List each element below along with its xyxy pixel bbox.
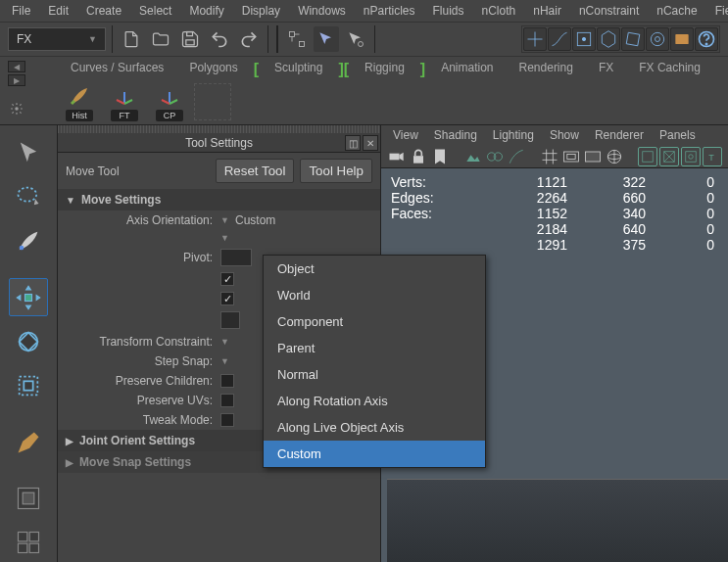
- vp-menu-lighting[interactable]: Lighting: [487, 126, 540, 144]
- shelf-scroll-right-icon[interactable]: ▶: [8, 74, 25, 86]
- select-object-icon[interactable]: [314, 26, 339, 52]
- lasso-tool[interactable]: [9, 177, 48, 215]
- menu-ncache[interactable]: nCache: [649, 1, 704, 21]
- close-icon[interactable]: ✕: [363, 135, 378, 151]
- menu-display[interactable]: Display: [234, 1, 288, 21]
- snap-projected-icon[interactable]: [597, 27, 620, 51]
- tool-help-button[interactable]: Tool Help: [300, 159, 372, 183]
- vp-menu-shading[interactable]: Shading: [428, 126, 483, 144]
- menu-nparticles[interactable]: nParticles: [356, 1, 423, 21]
- menu-create[interactable]: Create: [78, 1, 129, 21]
- box-field[interactable]: [220, 311, 240, 329]
- preserve-children-checkbox[interactable]: [220, 374, 234, 388]
- viewport-ground[interactable]: [387, 479, 728, 562]
- redo-icon[interactable]: [236, 26, 262, 52]
- scale-tool[interactable]: [9, 367, 48, 405]
- axis-orientation-dropdown[interactable]: ▼ Custom: [220, 213, 372, 227]
- shadows-icon[interactable]: T: [703, 147, 722, 166]
- menu-nhair[interactable]: nHair: [525, 1, 569, 21]
- snap-grid-icon[interactable]: [523, 27, 547, 51]
- shelf-tab-fx[interactable]: FX: [587, 57, 625, 78]
- shelf-gear-icon[interactable]: [8, 100, 25, 117]
- shelf-tab-curves[interactable]: Curves / Surfaces: [59, 57, 175, 78]
- shelf-empty-slot[interactable]: [194, 83, 231, 120]
- menu-fluids[interactable]: Fluids: [425, 1, 472, 21]
- image-plane-icon[interactable]: [463, 147, 483, 166]
- resolution-gate-icon[interactable]: [507, 147, 526, 166]
- shelf-tab-polygons[interactable]: Polygons: [177, 57, 249, 78]
- bookmark-icon[interactable]: [430, 147, 450, 166]
- shelf-scroll-left-icon[interactable]: ◀: [8, 61, 25, 72]
- axis-option-normal[interactable]: Normal: [264, 361, 485, 388]
- chevron-down-icon[interactable]: ▼: [220, 356, 229, 366]
- axis-option-component[interactable]: Component: [264, 308, 485, 335]
- workspace-selector[interactable]: FX ▼: [8, 27, 106, 51]
- layout-four-icon[interactable]: [9, 524, 48, 562]
- select-hierarchy-icon[interactable]: [284, 26, 310, 52]
- make-live-icon[interactable]: [646, 27, 669, 51]
- new-scene-icon[interactable]: [119, 26, 144, 52]
- shelf-tab-rigging[interactable]: Rigging: [353, 57, 416, 78]
- menu-select[interactable]: Select: [131, 1, 179, 21]
- select-component-icon[interactable]: [343, 26, 368, 52]
- open-scene-icon[interactable]: [148, 26, 173, 52]
- axis-option-rotation-axis[interactable]: Along Rotation Axis: [264, 388, 485, 414]
- last-tool[interactable]: [9, 423, 48, 461]
- preserve-uvs-checkbox[interactable]: [220, 394, 234, 407]
- reset-tool-button[interactable]: Reset Tool: [216, 159, 295, 183]
- textured-icon[interactable]: [659, 147, 679, 166]
- gate-mask-icon[interactable]: [583, 147, 603, 166]
- lock-camera-icon[interactable]: [409, 147, 428, 166]
- menu-edit[interactable]: Edit: [40, 1, 76, 21]
- pivot-field[interactable]: [220, 249, 252, 266]
- menu-windows[interactable]: Windows: [290, 1, 354, 21]
- axis-option-live-axis[interactable]: Along Live Object Axis: [264, 414, 485, 441]
- layout-single-icon[interactable]: [9, 479, 48, 517]
- paint-select-tool[interactable]: [9, 222, 48, 260]
- shelf-tab-animation[interactable]: Animation: [429, 57, 505, 78]
- chevron-down-icon[interactable]: ▼: [220, 337, 229, 347]
- select-tool[interactable]: [9, 133, 48, 171]
- shelf-tab-fxcaching[interactable]: FX Caching: [627, 57, 712, 78]
- vp-menu-renderer[interactable]: Renderer: [589, 126, 650, 144]
- tweak-mode-checkbox[interactable]: [220, 413, 234, 427]
- move-tool[interactable]: [9, 278, 48, 316]
- menu-fields[interactable]: Fiel: [707, 1, 728, 21]
- camera-icon[interactable]: [387, 147, 407, 166]
- chevron-down-icon[interactable]: ▼: [220, 233, 229, 243]
- shelf-item-ft[interactable]: FT: [104, 82, 145, 121]
- undo-icon[interactable]: [207, 26, 232, 52]
- film-back-icon[interactable]: [561, 147, 581, 166]
- save-scene-icon[interactable]: [177, 26, 203, 52]
- menu-file[interactable]: File: [4, 1, 38, 21]
- checkbox-2[interactable]: ✓: [220, 292, 234, 305]
- help-icon[interactable]: [695, 27, 718, 51]
- wireframe-icon[interactable]: [605, 147, 624, 166]
- vp-menu-show[interactable]: Show: [544, 126, 585, 144]
- vp-menu-panels[interactable]: Panels: [654, 126, 702, 144]
- rotate-tool[interactable]: [9, 322, 48, 360]
- snap-plane-icon[interactable]: [621, 27, 645, 51]
- menu-nconstraint[interactable]: nConstraint: [571, 1, 647, 21]
- axis-option-custom[interactable]: Custom: [264, 441, 485, 467]
- render-icon[interactable]: [670, 27, 694, 51]
- axis-option-object[interactable]: Object: [264, 256, 485, 282]
- menu-modify[interactable]: Modify: [181, 1, 231, 21]
- dock-icon[interactable]: ◫: [345, 135, 361, 151]
- snap-point-icon[interactable]: [572, 27, 596, 51]
- shelf-item-hist[interactable]: Hist: [59, 82, 100, 121]
- film-gate-icon[interactable]: [485, 147, 505, 166]
- lights-icon[interactable]: [681, 147, 701, 166]
- move-settings-section[interactable]: ▼ Move Settings: [58, 189, 380, 211]
- grid-icon[interactable]: [540, 147, 559, 166]
- snap-curve-icon[interactable]: [548, 27, 571, 51]
- axis-option-world[interactable]: World: [264, 282, 485, 308]
- checkbox-1[interactable]: ✓: [220, 272, 234, 286]
- axis-option-parent[interactable]: Parent: [264, 335, 485, 361]
- shaded-icon[interactable]: [638, 147, 657, 166]
- vp-menu-view[interactable]: View: [387, 126, 424, 144]
- shelf-item-cp[interactable]: CP: [149, 82, 190, 121]
- menu-ncloth[interactable]: nCloth: [474, 1, 524, 21]
- shelf-tab-sculpting[interactable]: Sculpting: [263, 57, 334, 78]
- shelf-tab-rendering[interactable]: Rendering: [508, 57, 585, 78]
